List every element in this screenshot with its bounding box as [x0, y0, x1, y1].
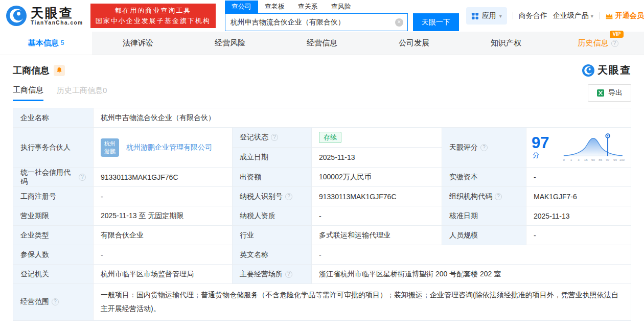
crown-icon	[605, 12, 613, 19]
reg-authority-value: 杭州市临平区市场监督管理局	[94, 265, 233, 284]
help-icon[interactable]: ?	[495, 193, 502, 200]
taxpayer-id-value: 91330113MAK1GJF76C	[312, 187, 442, 206]
company-tabbar: 基本信息 5 法律诉讼 经营风险 经营信息 公司发展 知识产权 VIP 历史信息…	[0, 32, 644, 55]
search-tab-relation[interactable]: 查关系	[291, 1, 325, 13]
field-label: 企业类型	[13, 226, 94, 245]
business-info-section: 工商信息 天眼查 工商信息 历史工商信息0 导出	[0, 55, 644, 321]
export-label: 导出	[608, 88, 623, 98]
tab-label: 历史信息	[578, 38, 609, 48]
divider	[513, 12, 513, 19]
nav-open-vip[interactable]: 开通会员 ▾	[605, 11, 644, 20]
field-label: 天眼评分 ?	[442, 128, 526, 168]
tianyancha-logo[interactable]: 天眼查 TianYanCha.com	[6, 6, 83, 26]
table-row: 企业名称 杭州申吉物流合伙企业（有限合伙）	[13, 108, 631, 128]
english-name-value: -	[312, 245, 631, 265]
staff-size-value: -	[526, 226, 631, 245]
help-icon[interactable]: ?	[480, 144, 488, 151]
search-input[interactable]	[225, 13, 408, 31]
help-icon[interactable]: ?	[611, 40, 618, 47]
svg-text:85: 85	[599, 157, 603, 161]
partner-company-link[interactable]: 杭州游鹏企业管理有限公司	[126, 143, 212, 152]
slogan-line1: 都在用的商业查询工具	[96, 6, 211, 16]
tab-intellectual-property[interactable]: 知识产权	[460, 32, 552, 55]
field-label: 出资额	[233, 168, 312, 187]
excel-icon	[596, 89, 605, 97]
tab-label: 经营风险	[215, 38, 245, 48]
help-icon[interactable]: ?	[52, 298, 59, 305]
field-label: 企业名称	[13, 108, 94, 128]
chevron-down-icon: ▾	[591, 13, 593, 19]
score-distribution-chart: 0 1 3 15 50 85 97 99 100	[562, 131, 626, 164]
tab-company-development[interactable]: 公司发展	[368, 32, 460, 55]
partner-avatar[interactable]: 杭州 游鹏	[101, 138, 119, 157]
tab-count-badge: 5	[61, 39, 64, 46]
search-tab-risk[interactable]: 查风险	[325, 1, 358, 13]
field-label: 主要经营场所 ?	[233, 265, 312, 284]
vip-badge: VIP	[610, 31, 623, 38]
table-row: 经营范围 ? 一般项目：国内货物运输代理；普通货物仓储服务（不含危险化学品等需许…	[13, 284, 631, 320]
tab-basic-info[interactable]: 基本信息 5	[0, 32, 92, 55]
nav-apps-label: 应用	[482, 11, 496, 20]
field-label: 成立日期	[233, 148, 312, 168]
business-term-value: 2025-11-13 至 无固定期限	[94, 206, 233, 226]
nav-enterprise-label: 企业级产品	[553, 11, 589, 20]
field-label: 英文名称	[233, 245, 312, 265]
field-label: 人员规模	[442, 226, 526, 245]
field-label: 核准日期	[442, 206, 526, 226]
logo-subtitle: TianYanCha.com	[31, 20, 83, 26]
svg-text:15: 15	[584, 157, 588, 161]
logo-title: 天眼查	[31, 6, 83, 20]
apps-grid-icon	[471, 12, 479, 20]
status-badge: 存续	[319, 132, 341, 144]
tab-history-info[interactable]: VIP 历史信息 ?	[552, 32, 644, 55]
subtab-history-business-info[interactable]: 历史工商信息0	[57, 86, 107, 100]
tianyancha-watermark: 天眼查	[582, 63, 631, 77]
watermark-label: 天眼查	[597, 63, 631, 77]
business-info-table: 企业名称 杭州申吉物流合伙企业（有限合伙） 执行事务合伙人 杭州 游鹏 杭州游鹏…	[13, 108, 631, 321]
table-row: 营业期限 2025-11-13 至 无固定期限 纳税人资质 - 核准日期 202…	[13, 206, 631, 226]
field-label: 登记状态 ?	[233, 128, 312, 148]
field-label: 登记机关	[13, 265, 94, 284]
help-icon[interactable]: ?	[79, 174, 86, 181]
chevron-down-icon: ▾	[499, 13, 502, 19]
company-type-value: 有限合伙企业	[94, 226, 233, 245]
approval-date-value: 2025-11-13	[526, 206, 631, 226]
credit-code-value: 91330113MAK1GJF76C	[94, 168, 233, 187]
score-unit: 分	[533, 151, 539, 159]
clear-search-icon[interactable]: ×	[395, 18, 403, 27]
table-row: 执行事务合伙人 杭州 游鹏 杭州游鹏企业管理有限公司 登记状态 ? 存续 成立日…	[13, 128, 631, 168]
table-row: 参保人数 - 英文名称 -	[13, 245, 631, 265]
tab-label: 知识产权	[491, 38, 521, 48]
subtab-business-info[interactable]: 工商信息	[13, 85, 43, 101]
nav-business-label: 商务合作	[519, 11, 547, 20]
export-button[interactable]: 导出	[588, 84, 631, 102]
nav-apps[interactable]: 应用 ▾	[466, 7, 507, 25]
top-header: 天眼查 TianYanCha.com 都在用的商业查询工具 国家中小企业发展子基…	[0, 0, 644, 32]
tab-operation-risk[interactable]: 经营风险	[184, 32, 276, 55]
help-icon[interactable]: ?	[271, 134, 278, 141]
nav-enterprise-products[interactable]: 企业级产品 ▾	[553, 11, 593, 20]
tab-label: 基本信息	[28, 38, 59, 48]
tab-label: 法律诉讼	[123, 38, 153, 48]
tab-legal-litigation[interactable]: 法律诉讼	[92, 32, 184, 55]
search-tab-company[interactable]: 查公司	[225, 1, 258, 13]
subscribe-bell-button[interactable]	[54, 65, 65, 76]
reg-number-value: -	[94, 187, 233, 206]
field-label: 纳税人识别号 ?	[233, 187, 312, 206]
search-tab-boss[interactable]: 查老板	[258, 1, 291, 13]
field-label: 组织机构代码 ?	[442, 187, 526, 206]
tianyancha-swirl-icon	[582, 64, 594, 77]
score-number: 97	[532, 134, 549, 152]
managing-partner-value: 杭州 游鹏 杭州游鹏企业管理有限公司	[94, 128, 233, 168]
industry-value: 多式联运和运输代理业	[312, 226, 442, 245]
nav-business-cooperation[interactable]: 商务合作	[519, 11, 547, 20]
field-label: 工商注册号	[13, 187, 94, 206]
tab-operation-info[interactable]: 经营信息	[276, 32, 368, 55]
divider	[599, 12, 600, 19]
registration-status-value: 存续	[312, 128, 442, 148]
svg-text:1: 1	[570, 157, 572, 161]
search-button[interactable]: 天眼一下	[413, 13, 459, 31]
help-icon[interactable]: ?	[285, 271, 292, 278]
taxpayer-quality-value: -	[312, 206, 442, 226]
help-icon[interactable]: ?	[285, 193, 292, 200]
